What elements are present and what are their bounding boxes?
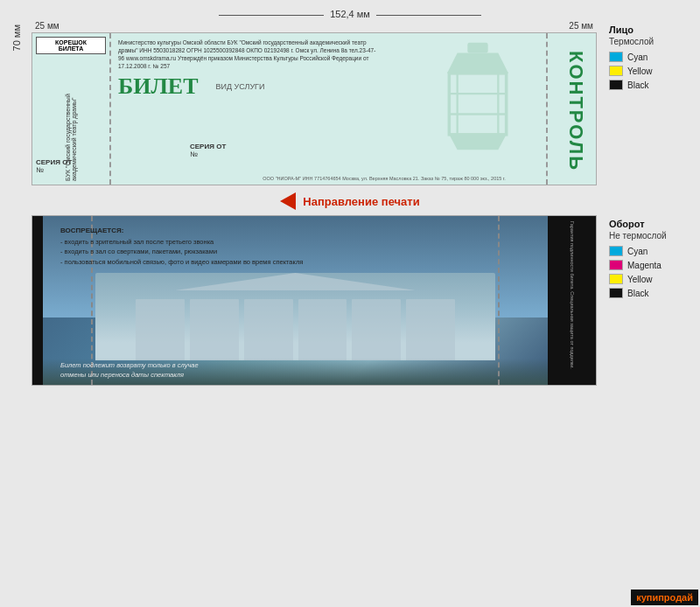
legend-back-magenta: Magenta	[609, 260, 686, 270]
svg-marker-7	[449, 135, 506, 150]
back-photo-area: ВОСПРЕЩАЕТСЯ: - входить в зрительный зал…	[43, 216, 548, 385]
ticket-front: КОРЕШОК БИЛЕТА БУК "Омский государственн…	[32, 32, 597, 185]
back-bottom-text: Билет подлежит возврату только в случае …	[60, 361, 469, 380]
back-right-text: Гарантия подлинности билета. Специальная…	[570, 221, 575, 369]
margin-labels: 25 мм 25 мм	[32, 21, 597, 31]
watermark: купипродай	[631, 590, 698, 605]
back-dashed-right	[498, 216, 500, 385]
org-info: Министерство культуры Омской области БУК…	[118, 38, 377, 70]
bilet-label: БИЛЕТ	[118, 73, 198, 100]
arrow-left-icon	[280, 192, 296, 210]
legend-front-subtitle: Термослой	[609, 37, 686, 46]
front-section: 70 мм 25 мм 25 мм КОРЕШОК БИЛЕТА БУК "Ом…	[9, 21, 691, 185]
ticket-front-wrapper: 25 мм 25 мм КОРЕШОК БИЛЕТА БУК "Омский г…	[32, 21, 597, 185]
yellow-swatch	[609, 66, 623, 76]
kontrolь-text: КОНТРОЛЬ	[564, 51, 587, 171]
legend-front-title: Лицо	[609, 24, 686, 35]
ticket-back-wrapper: ВОСПРЕЩАЕТСЯ: - входить в зрительный зал…	[32, 215, 597, 386]
dimension-top: 152,4 мм	[9, 9, 691, 19]
black-swatch-back	[609, 288, 623, 298]
theater-building	[95, 273, 495, 360]
ticket-bottom-seriya: СЕРИЯ ОТ №	[190, 143, 226, 158]
rules-text: - входить в зрительный зал после третьег…	[60, 237, 469, 267]
direction-label: Направление печати	[303, 195, 419, 208]
theater-columns	[136, 299, 456, 360]
legend-cyan: Cyan	[609, 52, 686, 62]
ticket-body: Министерство культуры Омской области БУК…	[111, 33, 596, 185]
page: 152,4 мм 70 мм 25 мм 25 мм КОРЕШОК БИЛЕТ…	[0, 0, 700, 607]
ticket-footer: ООО "НИОРА-М" ИНН 7714764654 Москва, ул.…	[190, 176, 578, 181]
theater-pediment	[175, 273, 415, 290]
seriya-main: СЕРИЯ ОТ №	[190, 143, 226, 158]
magenta-swatch	[609, 260, 623, 270]
dimension-height: 70 мм	[9, 21, 24, 54]
legend-black: Black	[609, 80, 686, 90]
stub-header: КОРЕШОК БИЛЕТА	[36, 37, 106, 54]
back-right-strip: Гарантия подлинности билета. Специальная…	[548, 216, 596, 385]
cyan-swatch	[609, 52, 623, 62]
lantern-watermark	[421, 38, 535, 160]
back-rules-block: ВОСПРЕЩАЕТСЯ: - входить в зрительный зал…	[60, 227, 469, 267]
back-left-strip	[32, 216, 43, 385]
legend-front: Лицо Термослой Cyan Yellow Black	[604, 21, 691, 97]
stub-seriya: СЕРИЯ ОТ №	[36, 158, 111, 174]
legend-back: Оборот Не термослой Cyan Magenta Yellow …	[604, 215, 691, 305]
legend-back-yellow: Yellow	[609, 274, 686, 284]
svg-rect-0	[467, 43, 487, 53]
rules-title: ВОСПРЕЩАЕТСЯ:	[60, 227, 469, 234]
legend-yellow: Yellow	[609, 66, 686, 76]
vid-uslugi: ВИД УСЛУГИ	[215, 82, 264, 91]
legend-back-title: Оборот	[609, 219, 686, 229]
legend-back-subtitle: Не термослой	[609, 231, 686, 241]
ticket-stub: КОРЕШОК БИЛЕТА БУК "Омский государственн…	[32, 33, 111, 185]
legend-back-cyan: Cyan	[609, 246, 686, 256]
ticket-back: ВОСПРЕЩАЕТСЯ: - входить в зрительный зал…	[32, 215, 597, 386]
cyan-swatch-back	[609, 246, 623, 256]
black-swatch	[609, 80, 623, 90]
yellow-swatch-back	[609, 274, 623, 284]
svg-marker-1	[447, 53, 508, 73]
direction-row: Направление печати	[9, 192, 691, 210]
back-section: ВОСПРЕЩАЕТСЯ: - входить в зрительный зал…	[9, 215, 691, 386]
legend-back-black: Black	[609, 288, 686, 298]
